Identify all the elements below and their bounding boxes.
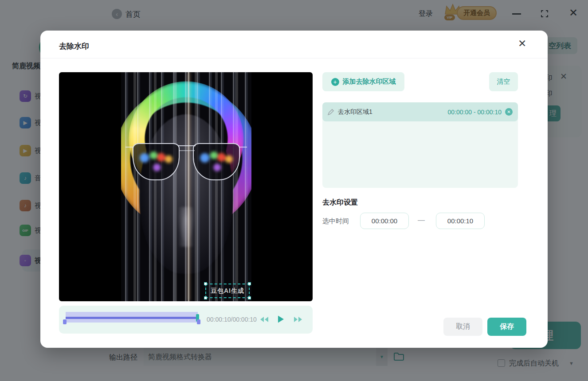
- remove-watermark-dialog: 去除水印 ✕: [40, 31, 548, 348]
- cancel-button[interactable]: 取消: [443, 318, 482, 336]
- region-delete-icon[interactable]: ✕: [505, 108, 513, 116]
- watermark-selection-box[interactable]: 豆包AI生成: [205, 284, 250, 298]
- add-area-label: 添加去除水印区域: [343, 78, 396, 86]
- clear-button[interactable]: 清空: [489, 72, 518, 91]
- center-stripe: [188, 72, 189, 301]
- selection-handle[interactable]: [204, 296, 207, 299]
- save-button[interactable]: 保存: [487, 318, 526, 336]
- region-row[interactable]: 去水印区域1 00:00:00 - 00:00:10 ✕: [322, 102, 518, 121]
- watermark-text: 豆包AI生成: [211, 287, 244, 295]
- dialog-close-icon[interactable]: ✕: [518, 39, 526, 49]
- video-frame: [121, 72, 251, 301]
- selected-time-label: 选中时间: [322, 217, 349, 225]
- end-time-input[interactable]: [436, 213, 485, 229]
- sunglasses-temple-right: [239, 147, 247, 150]
- add-watermark-area-button[interactable]: + 添加去除水印区域: [322, 72, 404, 91]
- selection-handle[interactable]: [248, 296, 251, 299]
- play-icon[interactable]: [277, 315, 284, 323]
- header-divider: [40, 58, 548, 58]
- timeline-progress: [66, 317, 198, 319]
- player-bar: 00:00:10/00:00:10: [59, 306, 313, 334]
- sunglasses-temple-left: [125, 147, 133, 150]
- glass-stripes-2: [123, 72, 251, 301]
- sunglasses-bridge-bar: [179, 150, 195, 151]
- start-time-input[interactable]: [360, 213, 409, 229]
- app-window: ‹ 首页 登录 VIP 开通会员 ✕ 简鹿视频 ↻ 视 ▶ 视 ▶ 视: [0, 0, 588, 381]
- edit-pencil-icon[interactable]: [328, 109, 334, 115]
- trim-handle-left[interactable]: [63, 319, 67, 324]
- region-name: 去水印区域1: [338, 108, 448, 116]
- region-list-panel: 去水印区域1 00:00:00 - 00:00:10 ✕: [322, 102, 518, 188]
- selection-handle[interactable]: [204, 282, 207, 285]
- sunglasses-bridge: [178, 145, 196, 149]
- trim-handle-right[interactable]: [197, 319, 200, 324]
- settings-title: 去水印设置: [322, 198, 358, 207]
- plus-icon: +: [331, 78, 339, 86]
- selection-handle[interactable]: [248, 282, 251, 285]
- playback-time: 00:00:10/00:00:10: [207, 316, 257, 323]
- dialog-title: 去除水印: [59, 41, 89, 51]
- region-time-range: 00:00:00 - 00:00:10: [448, 109, 502, 116]
- time-range-dash: —: [418, 216, 425, 224]
- video-preview: 豆包AI生成: [59, 72, 313, 301]
- fast-forward-icon[interactable]: [293, 316, 303, 323]
- rewind-icon[interactable]: [259, 316, 269, 323]
